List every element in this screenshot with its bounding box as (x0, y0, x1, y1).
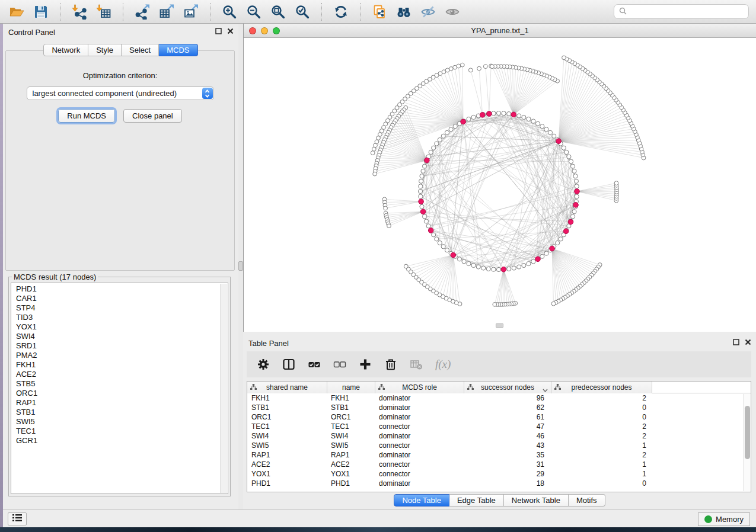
network-node[interactable] (445, 130, 449, 134)
table-row[interactable]: FKH1FKH1dominator962 (247, 393, 751, 403)
network-node[interactable] (435, 237, 439, 241)
network-node[interactable] (527, 261, 531, 265)
network-node[interactable] (429, 150, 433, 154)
network-node[interactable] (569, 159, 573, 164)
table-row[interactable]: SWI5SWI5connector431 (247, 441, 751, 450)
network-node[interactable] (422, 214, 426, 219)
dominator-node[interactable] (535, 257, 541, 262)
zoom-fit-icon[interactable] (269, 2, 288, 21)
network-node[interactable] (492, 111, 496, 116)
network-node[interactable] (502, 111, 506, 116)
tab-mcds[interactable]: MCDS (159, 44, 197, 56)
network-node[interactable] (564, 150, 569, 154)
first-neighbors-icon[interactable] (394, 2, 413, 21)
clone-network-icon[interactable] (370, 2, 389, 21)
run-mcds-button[interactable]: Run MCDS (58, 109, 115, 123)
network-node[interactable] (559, 237, 563, 241)
network-node[interactable] (435, 142, 439, 146)
add-column-icon[interactable] (359, 358, 372, 371)
criterion-select[interactable]: largest connected component (undirected) (27, 86, 214, 100)
network-node[interactable] (562, 56, 566, 60)
tab-edge-table[interactable]: Edge Table (449, 494, 504, 507)
network-node[interactable] (384, 206, 388, 210)
mcds-result-item[interactable]: SWI5 (16, 417, 219, 427)
tab-network[interactable]: Network (43, 44, 88, 56)
network-node[interactable] (438, 137, 442, 142)
dominator-node[interactable] (568, 219, 573, 225)
network-node[interactable] (527, 117, 531, 121)
dominator-node[interactable] (501, 267, 506, 272)
network-node[interactable] (460, 63, 464, 67)
network-node[interactable] (486, 267, 490, 271)
network-node[interactable] (493, 303, 497, 307)
network-node[interactable] (572, 210, 576, 214)
network-node[interactable] (457, 64, 461, 68)
dominator-node[interactable] (461, 119, 466, 124)
close-panel-button[interactable]: Close panel (123, 109, 182, 123)
network-node[interactable] (467, 117, 471, 121)
network-node[interactable] (531, 259, 535, 264)
mcds-result-item[interactable]: YOX1 (16, 322, 219, 332)
sort-desc-icon[interactable] (543, 386, 548, 394)
mcds-result-item[interactable]: SWI4 (16, 332, 219, 341)
table-row[interactable]: ORC1ORC1dominator610 (247, 412, 751, 422)
hide-selected-icon[interactable] (419, 2, 438, 21)
network-node[interactable] (421, 169, 425, 173)
zoom-out-icon[interactable] (244, 2, 263, 21)
network-node[interactable] (572, 169, 576, 173)
network-node[interactable] (424, 219, 428, 223)
table-row[interactable]: TEC1TEC1connector472 (247, 422, 751, 431)
network-node[interactable] (432, 146, 436, 150)
network-titlebar[interactable]: YPA_prune.txt_1 (244, 24, 756, 38)
network-node[interactable] (481, 266, 486, 270)
deselect-all-icon[interactable] (333, 358, 346, 371)
network-node[interactable] (422, 164, 426, 168)
column-header-name[interactable]: name (327, 382, 375, 393)
network-node[interactable] (517, 265, 521, 269)
network-node[interactable] (551, 302, 556, 306)
memory-button[interactable]: Memory (698, 512, 750, 526)
table-scrollbar-thumb[interactable] (745, 406, 750, 459)
dominator-node[interactable] (425, 158, 430, 163)
close-icon[interactable] (227, 28, 234, 34)
network-node[interactable] (614, 181, 618, 185)
network-node[interactable] (387, 224, 391, 228)
network-node[interactable] (507, 112, 511, 116)
network-node[interactable] (567, 155, 571, 159)
mcds-result-item[interactable]: STB1 (16, 408, 219, 417)
tab-node-table[interactable]: Node Table (394, 494, 449, 507)
mcds-result-item[interactable]: PHD1 (16, 284, 219, 294)
dominator-node[interactable] (511, 112, 516, 117)
mcds-result-item[interactable]: STP4 (16, 303, 219, 313)
mcds-result-item[interactable]: TEC1 (16, 427, 219, 436)
network-node[interactable] (432, 233, 436, 237)
dominator-node[interactable] (487, 111, 492, 117)
mcds-result-item[interactable]: STB5 (16, 379, 219, 389)
table-row[interactable]: YOX1YOX1connector291 (247, 469, 751, 479)
network-node[interactable] (419, 179, 423, 183)
column-header-shared-name[interactable]: shared name (247, 382, 327, 393)
dominator-node[interactable] (419, 199, 424, 204)
mcds-scrollbar[interactable] (220, 284, 227, 493)
close-icon[interactable] (745, 339, 751, 345)
network-node[interactable] (492, 267, 496, 271)
network-node[interactable] (556, 241, 560, 245)
network-node[interactable] (371, 151, 375, 155)
search-input[interactable] (630, 7, 744, 17)
export-table-icon[interactable] (157, 2, 176, 21)
export-image-icon[interactable] (181, 2, 200, 21)
tab-style[interactable]: Style (88, 44, 122, 56)
column-header-mcds-role[interactable]: MCDS role (375, 382, 464, 393)
zoom-selected-icon[interactable] (293, 2, 312, 21)
network-node[interactable] (374, 143, 378, 148)
network-node[interactable] (562, 146, 566, 150)
mcds-result-item[interactable]: SRD1 (16, 341, 219, 351)
tab-select[interactable]: Select (122, 44, 159, 56)
network-node[interactable] (426, 224, 430, 228)
mcds-result-item[interactable]: ORC1 (16, 389, 219, 398)
network-node[interactable] (419, 194, 423, 198)
search-box[interactable] (614, 4, 749, 19)
dominator-node[interactable] (480, 113, 485, 118)
pane-divider-grabber[interactable] (238, 261, 243, 271)
network-node[interactable] (575, 184, 579, 188)
